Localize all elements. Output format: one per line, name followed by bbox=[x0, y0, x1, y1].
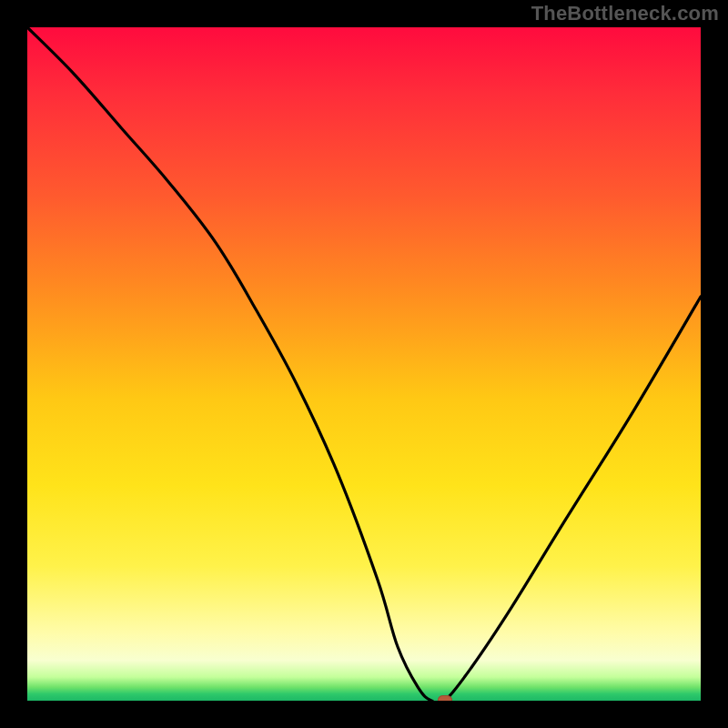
watermark-text: TheBottleneck.com bbox=[531, 2, 719, 25]
optimal-point-marker bbox=[438, 695, 452, 701]
chart-frame: TheBottleneck.com bbox=[0, 0, 728, 728]
plot-area bbox=[27, 27, 701, 701]
bottleneck-curve bbox=[27, 27, 701, 701]
